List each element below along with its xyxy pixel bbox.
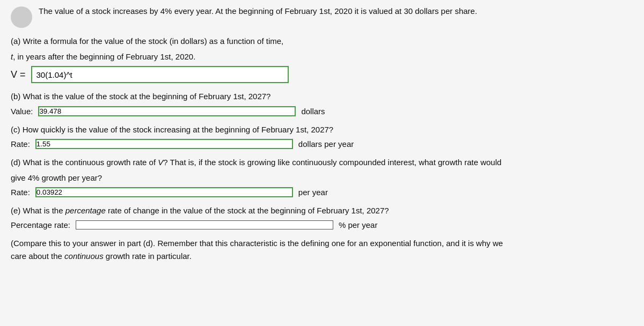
part-a-answer-row: V = <box>11 66 633 83</box>
part-c-input[interactable] <box>35 139 293 149</box>
part-d-input[interactable] <box>35 187 293 197</box>
part-d-question1: (d) What is the continuous growth rate o… <box>11 157 633 169</box>
part-e-input[interactable] <box>76 220 333 229</box>
part-b-question: (b) What is the value of the stock at th… <box>11 91 633 103</box>
footer: (Compare this to your answer in part (d)… <box>11 237 633 263</box>
part-a-question2-rest: , in years after the beginning of Februa… <box>13 52 195 61</box>
part-c-label: Rate: <box>11 139 30 149</box>
part-d-label: Rate: <box>11 188 30 197</box>
footer-continuous-italic: continuous <box>64 251 104 261</box>
part-b-label: Value: <box>11 107 33 116</box>
section-b: (b) What is the value of the stock at th… <box>11 91 633 116</box>
part-d-answer-row: Rate: per year <box>11 187 633 197</box>
page-container: The value of a stock increases by 4% eve… <box>0 0 644 326</box>
intro-text: The value of a stock increases by 4% eve… <box>39 5 633 18</box>
part-e-answer-row: Percentage rate: % per year <box>11 220 633 229</box>
section-e: (e) What is the percentage rate of chang… <box>11 205 633 229</box>
part-b-input[interactable] <box>38 106 296 116</box>
part-a-question1: (a) Write a formula for the value of the… <box>11 35 633 48</box>
part-c-answer-row: Rate: dollars per year <box>11 139 633 149</box>
part-d-question2: give 4% growth per year? <box>11 172 633 184</box>
part-c-unit: dollars per year <box>298 139 354 149</box>
part-d-unit: per year <box>298 188 328 197</box>
part-a-input[interactable] <box>31 66 289 83</box>
part-b-unit: dollars <box>301 107 325 116</box>
part-a-label: V = <box>11 69 26 80</box>
part-b-answer-row: Value: dollars <box>11 106 633 116</box>
part-e-question: (e) What is the percentage rate of chang… <box>11 205 633 217</box>
part-e-unit: % per year <box>339 220 378 229</box>
part-c-question: (c) How quickly is the value of the stoc… <box>11 124 633 136</box>
part-e-label: Percentage rate: <box>11 220 70 229</box>
intro-row: The value of a stock increases by 4% eve… <box>11 5 633 28</box>
footer-line2: care about the continuous growth rate in… <box>11 250 633 263</box>
footer-line1: (Compare this to your answer in part (d)… <box>11 237 633 250</box>
part-a-question2: t, in years after the beginning of Febru… <box>11 51 633 63</box>
section-c: (c) How quickly is the value of the stoc… <box>11 124 633 150</box>
part-e-percentage-italic: percentage <box>65 206 106 215</box>
section-d: (d) What is the continuous growth rate o… <box>11 157 633 197</box>
avatar-icon <box>11 6 32 28</box>
part-d-v-italic: V <box>158 158 163 167</box>
section-a: (a) Write a formula for the value of the… <box>11 35 633 83</box>
